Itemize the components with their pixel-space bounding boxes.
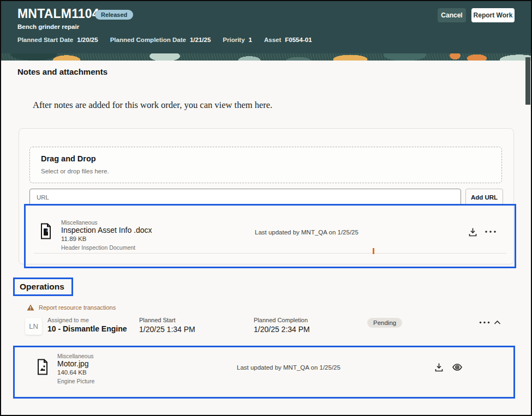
decorative-banner	[1, 53, 531, 61]
assigned-to-me-label: Assigned to me	[47, 317, 89, 323]
attachment-description: Engine Picture	[57, 378, 94, 384]
url-input[interactable]	[29, 189, 461, 206]
attachment-size: 140.64 KB	[57, 369, 87, 376]
scrollbar-thumb[interactable]	[525, 57, 530, 105]
cancel-button[interactable]: Cancel	[438, 8, 466, 22]
operation-name[interactable]: 10 - Dismantle Engine	[47, 324, 127, 333]
attachment-category: Miscellaneous	[61, 219, 98, 226]
attachment-last-updated: Last updated by MNT_QA on 1/25/25	[255, 229, 358, 236]
warning-row[interactable]: Report resource transactions	[27, 304, 116, 311]
header-meta: Planned Start Date 1/20/25 Planned Compl…	[17, 37, 312, 43]
attachment-filename[interactable]: Inspection Asset Info .docx	[61, 226, 152, 234]
collapse-chevron-up-icon[interactable]	[494, 320, 501, 325]
drag-and-drop-subtitle: Select or drop files here.	[41, 168, 109, 174]
operation-status-badge: Pending	[367, 318, 402, 328]
attachment-divider	[34, 253, 506, 254]
download-icon[interactable]	[468, 227, 478, 237]
doc-file-icon: .doc	[39, 223, 52, 242]
attachment-last-updated: Last updated by MNT_QA on 1/25/25	[237, 364, 340, 371]
planned-completion-column: Planned Completion 1/20/25 2:34 PM	[254, 317, 310, 334]
warning-triangle-icon	[27, 304, 34, 311]
priority: Priority 1	[223, 37, 252, 43]
status-badge: Released	[95, 10, 133, 20]
planned-completion-date: Planned Completion Date 1/21/25	[110, 37, 211, 43]
more-actions-icon[interactable]	[485, 230, 497, 233]
operation-more-actions-icon[interactable]	[479, 321, 490, 324]
report-work-button[interactable]: Report Work	[471, 8, 515, 22]
orange-insert-marker	[373, 248, 374, 254]
drag-and-drop-title: Drag and Drop	[41, 154, 96, 163]
svg-text:.doc: .doc	[46, 227, 49, 233]
notes-section-title: Notes and attachments	[17, 67, 107, 76]
planned-start-column: Planned Start 1/20/25 1:34 PM	[139, 317, 195, 334]
attachment-filename[interactable]: Motor.jpg	[57, 359, 89, 368]
attachment-category: Miscellaneous	[57, 353, 94, 359]
drag-and-drop-zone[interactable]: Drag and Drop Select or drop files here.	[29, 147, 502, 183]
image-file-icon	[36, 359, 49, 377]
operations-section-title: Operations	[20, 282, 64, 292]
work-order-header: MNTALM1104 Released Bench grinder repair…	[1, 1, 531, 53]
preview-eye-icon[interactable]	[452, 363, 463, 372]
page-title: MNTALM1104	[17, 7, 99, 21]
attachment-description: Header Inspection Document	[61, 244, 135, 251]
add-url-button[interactable]: Add URL	[465, 189, 503, 206]
download-icon[interactable]	[434, 362, 444, 372]
work-order-subtitle: Bench grinder repair	[17, 23, 79, 30]
attachment-size: 11.89 KB	[61, 236, 86, 242]
warning-text: Report resource transactions	[39, 304, 116, 311]
work-order-screen: MNTALM1104 Released Bench grinder repair…	[0, 0, 532, 416]
avatar: LN	[25, 318, 42, 335]
planned-start-date: Planned Start Date 1/20/25	[17, 37, 98, 43]
notes-empty-message: After notes are added for this work orde…	[33, 100, 272, 111]
asset: Asset F0554-01	[264, 37, 312, 43]
